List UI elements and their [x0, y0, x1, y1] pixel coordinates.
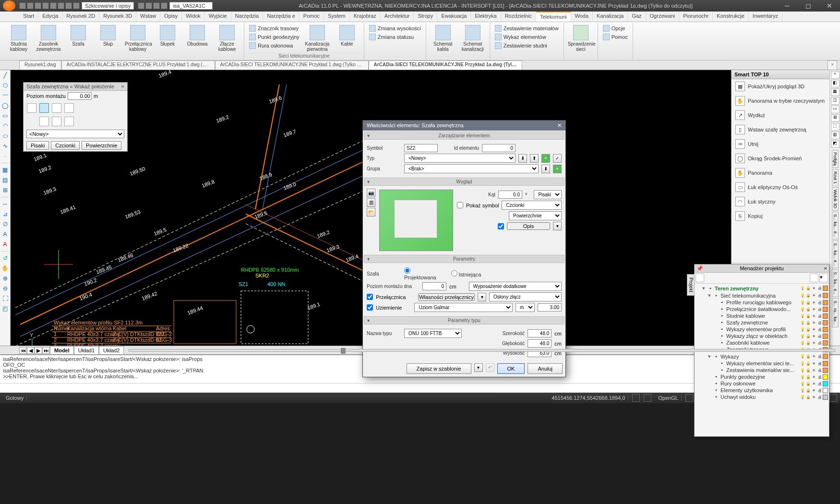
tool-button[interactable]: ⬆ — [530, 154, 539, 163]
tool-icon[interactable]: ╱ — [1, 71, 10, 80]
smart-item[interactable]: ⎘Kopiuj — [732, 209, 829, 223]
ribbon-tab[interactable]: Start — [19, 12, 38, 22]
pm-side-tab[interactable]: Projekt — [687, 274, 695, 296]
document-tab[interactable]: ArCADia-INSTALACJE ELEKTRYCZNE PLUS Przy… — [61, 60, 215, 70]
document-tab[interactable]: Rysunek1.dwg — [19, 60, 61, 70]
tool-icon[interactable]: ◫ — [831, 97, 840, 105]
side-tab[interactable]: S... ru... ka... — [832, 298, 839, 327]
save-template-button[interactable]: Zapisz w szablonie — [407, 363, 471, 374]
tool-button[interactable]: ✓ — [553, 154, 562, 163]
tree-node[interactable]: ▪Elementy użytkownika💡🔒☀🖨 — [701, 387, 828, 394]
qat-icon[interactable] — [27, 2, 34, 9]
palette-icon[interactable] — [27, 103, 36, 113]
ribbon-tab[interactable]: Architektur — [381, 12, 414, 22]
nav-prev-icon[interactable]: ◀ — [27, 347, 35, 354]
layout-tab[interactable]: Układ1 — [74, 346, 99, 355]
ribbon-tab[interactable]: Narzędzia — [231, 12, 264, 22]
close-icon[interactable]: × — [824, 265, 827, 271]
ribbon-btn[interactable]: Punkt geodezyjny — [247, 33, 301, 41]
pmd-input[interactable] — [422, 282, 446, 290]
ribbon-tab[interactable]: System — [324, 12, 350, 22]
qat-combo-1[interactable]: Szkicowanie i opisy — [82, 2, 134, 10]
smart-item[interactable]: ✂Utnij — [732, 137, 829, 151]
pm-tool-icon[interactable] — [810, 274, 818, 282]
uziom-unit[interactable]: m — [516, 303, 535, 312]
tree-node[interactable]: ▾▪Teren zewnętrzny💡🔒☀🖨 — [701, 285, 828, 292]
pisaki-button[interactable]: Pisaki — [26, 141, 49, 150]
tool-icon[interactable]: ⊿ — [1, 210, 10, 218]
prz-props-button[interactable]: Własności przełącznicy — [418, 293, 475, 301]
uziom-select[interactable]: Uziom Galmar — [414, 303, 513, 312]
group-select[interactable]: <Brak> — [404, 164, 539, 173]
tool-icon[interactable]: ◩ — [831, 140, 840, 148]
tree-node[interactable]: ▪Uchwyt widoku💡🔒☀🖨 — [701, 394, 828, 400]
tree-node[interactable]: ▪Studnie kablowe💡🔒☀🖨 — [701, 312, 828, 319]
ribbon-tab[interactable]: Pomoc — [300, 12, 324, 22]
tool-icon[interactable]: ∿ — [1, 142, 10, 150]
qat-icon[interactable] — [145, 2, 152, 9]
status-icon[interactable] — [644, 394, 651, 402]
palette-icon[interactable] — [64, 103, 74, 113]
tool-icon[interactable]: ↺ — [1, 254, 10, 263]
qat-icon[interactable] — [58, 2, 64, 9]
ribbon-btn[interactable]: Zestawienie studni — [493, 41, 561, 50]
powierzchnie-button[interactable]: Powierzchnie — [82, 141, 121, 150]
qat-icon[interactable] — [19, 2, 26, 9]
ribbon-tab[interactable]: Gaz — [628, 12, 646, 22]
tree-node[interactable]: ▪Zestawienia materiałów sie...💡🔒☀🖨 — [701, 367, 828, 373]
tree-node[interactable]: ▾▪Sieć telekomunikacyjna💡🔒☀🖨 — [701, 292, 828, 299]
opis-checkbox[interactable] — [498, 223, 504, 229]
smart-item[interactable]: ◠Łuk styczny — [732, 194, 829, 209]
tree-node[interactable]: ▪Profile rurociągu kablowego💡🔒☀🖨 — [701, 299, 828, 306]
side-tab[interactable]: S... ka... é... — [832, 269, 839, 297]
section-header[interactable]: Wygląd — [364, 178, 564, 186]
ok-button[interactable]: OK — [497, 363, 525, 374]
tool-icon[interactable]: A — [1, 230, 10, 239]
nav-last-icon[interactable]: ⏭ — [42, 347, 50, 354]
tool-icon[interactable]: ▥ — [831, 132, 840, 139]
smart-item[interactable]: ◯Okrąg Środek-Promień — [732, 151, 829, 166]
document-tab[interactable]: ArCADia-SIECI TELEKOMUNIKACYJNE Przykład… — [369, 60, 522, 70]
prz-checkbox[interactable] — [367, 294, 373, 300]
qat-combo-2[interactable]: isa_VA52A1C — [169, 2, 213, 10]
side-tab[interactable]: Rzut 1 — [832, 169, 839, 186]
style-select[interactable]: <Nowy> — [26, 130, 124, 138]
tool-button[interactable]: ▾ — [478, 293, 486, 301]
ribbon-tab[interactable]: Elektryka — [471, 12, 501, 22]
side-tab[interactable]: Podglą — [832, 150, 839, 168]
qat-icon[interactable] — [73, 2, 80, 9]
ribbon-btn[interactable]: Kanalizacja pierwotna — [303, 24, 331, 53]
tool-button[interactable]: ▥ — [367, 198, 375, 207]
gl-input[interactable] — [528, 339, 552, 348]
minimize-button[interactable]: ─ — [777, 0, 798, 12]
ribbon-btn[interactable]: Słupek — [154, 24, 181, 48]
qat-icon[interactable] — [65, 2, 72, 9]
qat-icon[interactable] — [50, 2, 57, 9]
ribbon-tab[interactable]: Rysunek 2D — [62, 12, 99, 22]
szer-input[interactable] — [528, 329, 552, 337]
close-tab-icon[interactable]: × — [828, 60, 837, 70]
tool-icon[interactable]: ▦ — [831, 88, 840, 96]
tool-icon[interactable]: ▤ — [1, 176, 10, 184]
close-icon[interactable]: ✕ — [557, 122, 562, 129]
tree-node[interactable]: ▪Wykazy złącz w obiektach💡🔒☀🖨 — [701, 333, 828, 339]
ribbon-tab[interactable]: Telekomuni — [536, 12, 571, 22]
side-tab[interactable]: Widok 3D — [832, 187, 839, 211]
close-icon[interactable]: × — [121, 84, 124, 89]
ribbon-tab[interactable]: Ewakuacja — [437, 12, 471, 22]
tool-icon[interactable]: + — [831, 71, 840, 79]
tool-button[interactable]: ▾ — [553, 222, 562, 230]
ribbon-tab[interactable]: Woda — [571, 12, 593, 22]
ribbon-btn[interactable]: Kable — [333, 24, 361, 48]
ribbon-tab[interactable]: Piorunochr — [679, 12, 713, 22]
angle-input[interactable] — [498, 191, 522, 199]
status-icon[interactable] — [829, 394, 837, 402]
qat-icon[interactable] — [153, 2, 160, 9]
status-icon[interactable] — [685, 394, 693, 402]
hscrollbar[interactable] — [129, 349, 835, 352]
ribbon-tab[interactable]: Rozdzielnic — [501, 12, 536, 22]
ribbon-btn[interactable]: Znacznik trasowy — [247, 24, 301, 33]
oslony-select[interactable]: Osłony złącz — [489, 292, 562, 301]
qat-icon[interactable] — [138, 2, 144, 9]
close-button[interactable]: ✕ — [819, 0, 840, 12]
